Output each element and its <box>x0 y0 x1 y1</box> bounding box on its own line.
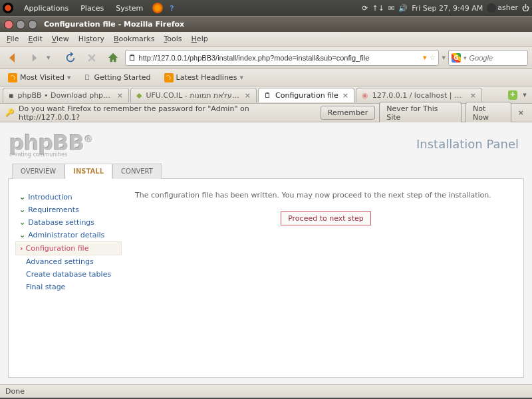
phpbb-logo: phpBB® creating communities <box>9 130 92 158</box>
power-icon[interactable]: ⏻ <box>522 4 529 13</box>
update-icon[interactable]: ⟳ <box>362 4 368 13</box>
window-close-button[interactable] <box>4 20 13 29</box>
menu-applications[interactable]: Applications <box>19 3 74 14</box>
tab-configuration-file[interactable]: 🗒Configuration file× <box>258 88 354 102</box>
search-engine-dropdown-icon[interactable]: ▾ <box>464 55 467 61</box>
address-bar[interactable]: 🗒 ▾ ☆ <box>125 50 440 66</box>
tab-install[interactable]: INSTALL <box>65 164 112 179</box>
mail-icon[interactable]: ✉ <box>388 4 394 13</box>
infobar-close-icon[interactable]: × <box>515 108 527 117</box>
favicon-icon: 🗒 <box>264 91 271 100</box>
gnome-top-panel: Applications Places System ? ⟳ ↑↓ ✉ 🔊 Fr… <box>0 0 532 16</box>
tab-label: Configuration file <box>275 91 338 100</box>
tab-label: 127.0.0.1 / localhost | php... <box>372 91 466 100</box>
page-content: phpBB® creating communities Installation… <box>0 122 532 384</box>
step-admin[interactable]: Administrator details <box>15 229 122 241</box>
window-maximize-button[interactable] <box>28 20 37 29</box>
tab-close-icon[interactable]: × <box>470 91 476 100</box>
status-bar: Done <box>0 384 532 398</box>
status-text: Done <box>5 387 25 396</box>
tab-close-icon[interactable]: × <box>245 91 251 100</box>
network-icon[interactable]: ↑↓ <box>372 4 384 13</box>
install-tabs: OVERVIEW INSTALL CONVERT <box>0 163 532 178</box>
bookmark-latest-headlines[interactable]: Latest Headlines▾ <box>160 72 247 84</box>
step-database[interactable]: Database settings <box>15 216 122 229</box>
key-icon: 🔑 <box>5 108 15 118</box>
window-titlebar[interactable]: Configuration file - Mozilla Firefox <box>0 16 532 32</box>
menu-tools[interactable]: Tools <box>160 33 186 45</box>
tab-close-icon[interactable]: × <box>342 91 348 100</box>
tab-phpbb-download[interactable]: ▪phpBB • Download phpBB3× <box>3 88 129 102</box>
new-tab-button[interactable]: + <box>508 90 517 100</box>
infobar-message: Do you want Firefox to remember the pass… <box>19 104 313 122</box>
search-box[interactable]: G▾ <box>448 50 528 66</box>
menu-system[interactable]: System <box>110 3 148 14</box>
menu-view[interactable]: View <box>48 33 73 45</box>
tab-phpmyadmin[interactable]: ◉127.0.0.1 / localhost | php...× <box>356 88 482 102</box>
window-minimize-button[interactable] <box>16 20 25 29</box>
search-input[interactable] <box>469 54 523 62</box>
go-dropdown-icon[interactable]: ▾ <box>442 53 446 62</box>
menu-help[interactable]: Help <box>188 33 212 45</box>
not-now-button[interactable]: Not Now <box>466 102 511 124</box>
chevron-down-icon: ▾ <box>239 73 243 82</box>
menu-file[interactable]: File <box>3 33 23 45</box>
menu-edit[interactable]: Edit <box>24 33 46 45</box>
step-final[interactable]: Final stage <box>15 281 122 293</box>
reload-button[interactable] <box>61 49 80 67</box>
firefox-launcher-icon[interactable] <box>152 3 163 13</box>
proceed-button[interactable]: Proceed to next step <box>281 211 371 225</box>
page-icon: 🗋 <box>84 73 91 82</box>
menu-places[interactable]: Places <box>75 3 109 14</box>
tab-label: phpBB • Download phpBB3 <box>17 91 112 100</box>
google-icon: G <box>452 53 461 63</box>
step-requirements[interactable]: Requirements <box>15 203 122 216</box>
volume-icon[interactable]: 🔊 <box>398 4 408 13</box>
forward-button[interactable] <box>25 49 44 67</box>
tab-ufu[interactable]: ◆UFU.CO.IL - העלאת תמונות ...× <box>130 88 257 102</box>
bookmark-label: Latest Headlines <box>176 73 237 82</box>
bookmark-label: Most Visited <box>20 73 65 82</box>
bookmark-star-icon[interactable]: ☆ <box>430 53 436 62</box>
step-config-file[interactable]: Configuration file <box>15 241 122 255</box>
favicon-icon: ▪ <box>9 91 13 100</box>
never-button[interactable]: Never for This Site <box>379 102 462 124</box>
chevron-down-icon: ▾ <box>67 73 71 82</box>
user-menu[interactable]: asher <box>487 3 518 13</box>
tab-convert[interactable]: CONVERT <box>112 164 162 179</box>
stop-button <box>82 49 101 67</box>
tab-overview[interactable]: OVERVIEW <box>12 164 65 179</box>
remember-button[interactable]: Remember <box>321 106 375 120</box>
window-title: Configuration file - Mozilla Firefox <box>44 20 184 29</box>
clock[interactable]: Fri Sep 27, 9:49 AM <box>412 4 483 13</box>
menu-bookmarks[interactable]: Bookmarks <box>110 33 158 45</box>
page-favicon-icon: 🗒 <box>128 53 136 63</box>
tab-label: UFU.CO.IL - העלאת תמונות ... <box>146 91 240 100</box>
favicon-icon: ◉ <box>362 91 368 100</box>
install-steps-sidebar: Introduction Requirements Database setti… <box>15 191 122 365</box>
favicon-icon: ◆ <box>136 91 142 100</box>
user-icon <box>487 3 496 13</box>
username-label: asher <box>497 3 518 12</box>
feed-icon[interactable]: ▾ <box>423 53 427 62</box>
step-introduction[interactable]: Introduction <box>15 191 122 203</box>
tab-close-icon[interactable]: × <box>117 91 123 100</box>
install-main: The configuration file has been written.… <box>135 191 517 365</box>
home-button[interactable] <box>104 49 122 67</box>
panel-title: Installation Panel <box>416 137 519 151</box>
bookmark-getting-started[interactable]: 🗋Getting Started <box>80 72 154 83</box>
rss-icon <box>164 73 174 82</box>
bookmark-most-visited[interactable]: Most Visited▾ <box>4 72 74 84</box>
menu-history[interactable]: History <box>74 33 108 45</box>
back-dropdown-icon[interactable]: ▾ <box>47 53 51 62</box>
tab-list-button[interactable]: ▾ <box>520 90 529 100</box>
ubuntu-logo-icon[interactable] <box>3 3 13 13</box>
step-create-db[interactable]: Create database tables <box>15 268 122 281</box>
back-button[interactable] <box>4 49 23 67</box>
url-input[interactable] <box>139 54 421 62</box>
bookmarks-toolbar: Most Visited▾ 🗋Getting Started Latest He… <box>0 69 532 86</box>
install-message: The configuration file has been written.… <box>135 191 517 200</box>
help-launcher-icon[interactable]: ? <box>164 3 179 14</box>
step-advanced[interactable]: Advanced settings <box>15 255 122 268</box>
nav-toolbar: ▾ 🗒 ▾ ☆ ▾ G▾ <box>0 47 532 69</box>
